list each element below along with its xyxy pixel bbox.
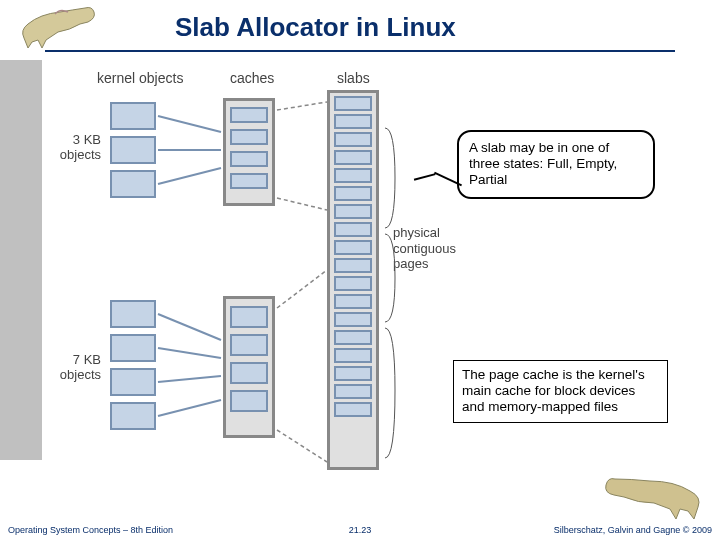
col-header-caches: caches	[230, 70, 274, 86]
page-title: Slab Allocator in Linux	[175, 12, 456, 43]
cache-cell	[230, 306, 268, 328]
slab-diagram: kernel objects caches slabs 3 KB objects…	[55, 70, 665, 470]
slab-cell	[334, 348, 372, 363]
footer-center: 21.23	[349, 525, 372, 535]
slab-cell	[334, 330, 372, 345]
callout-page-cache: The page cache is the kernel's main cach…	[453, 360, 668, 423]
slab-cell	[334, 384, 372, 399]
slab-cell	[334, 240, 372, 255]
slide: Slab Allocator in Linux kernel objects c…	[0, 0, 720, 540]
cache-cell	[230, 151, 268, 167]
svg-line-8	[277, 198, 327, 210]
cache-cell	[230, 129, 268, 145]
slab-cell	[334, 366, 372, 381]
title-area: Slab Allocator in Linux	[0, 0, 720, 60]
kernel-object-box	[110, 102, 156, 130]
cache-cell	[230, 362, 268, 384]
svg-line-10	[277, 430, 327, 462]
slab-cell	[334, 402, 372, 417]
svg-line-3	[158, 314, 221, 340]
row2-size: 7 KB	[53, 352, 101, 367]
kernel-object-box	[110, 334, 156, 362]
svg-line-6	[158, 400, 221, 416]
cache-cell	[230, 173, 268, 189]
kernel-object-box	[110, 368, 156, 396]
dinosaur-icon	[600, 467, 710, 522]
left-sidebar	[0, 60, 42, 460]
slab-cell	[334, 114, 372, 129]
slab-cell	[334, 132, 372, 147]
slab-cell	[334, 276, 372, 291]
slab-cell	[334, 186, 372, 201]
svg-line-4	[158, 348, 221, 358]
cache-box	[223, 296, 275, 438]
footer-right: Silberschatz, Galvin and Gagne © 2009	[554, 525, 712, 535]
svg-line-2	[158, 168, 221, 184]
slab-cell	[334, 204, 372, 219]
kernel-object-box	[110, 402, 156, 430]
svg-line-5	[158, 376, 221, 382]
slab-cell	[334, 96, 372, 111]
slab-cell	[334, 312, 372, 327]
svg-line-7	[277, 102, 327, 110]
col-header-slabs: slabs	[337, 70, 370, 86]
slab-column	[327, 90, 379, 470]
title-divider	[45, 50, 675, 52]
pages-label: physical contiguous pages	[393, 225, 456, 272]
row1-size: 3 KB	[53, 132, 101, 147]
slab-cell	[334, 150, 372, 165]
kernel-object-box	[110, 170, 156, 198]
svg-line-0	[158, 116, 221, 132]
footer: Operating System Concepts – 8th Edition …	[0, 520, 720, 540]
callout-states: A slab may be in one of three states: Fu…	[457, 130, 655, 199]
kernel-object-box	[110, 300, 156, 328]
cache-cell	[230, 107, 268, 123]
slab-cell	[334, 294, 372, 309]
col-header-kernel: kernel objects	[97, 70, 183, 86]
slab-cell	[334, 168, 372, 183]
row1-name: objects	[53, 147, 101, 162]
footer-left: Operating System Concepts – 8th Edition	[8, 525, 173, 535]
row2-name: objects	[53, 367, 101, 382]
cache-cell	[230, 334, 268, 356]
slab-cell	[334, 222, 372, 237]
kernel-object-box	[110, 136, 156, 164]
slab-cell	[334, 258, 372, 273]
cache-cell	[230, 390, 268, 412]
dinosaur-icon	[10, 0, 100, 50]
cache-box	[223, 98, 275, 206]
svg-line-9	[277, 270, 327, 308]
